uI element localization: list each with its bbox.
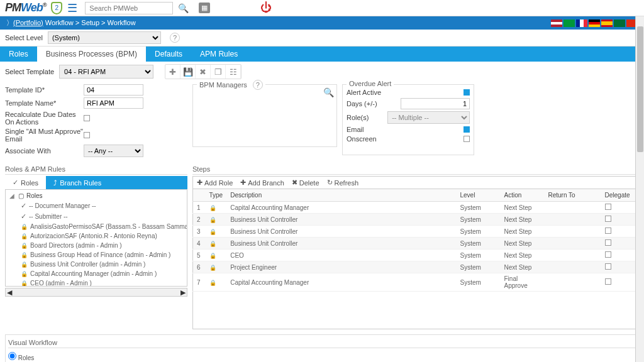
shield-badge[interactable]: 2 bbox=[51, 2, 62, 14]
template-name-input[interactable] bbox=[84, 97, 143, 109]
menu-icon[interactable]: ☰ bbox=[67, 1, 77, 15]
refresh-button[interactable]: ↻ Refresh bbox=[327, 178, 359, 187]
role-item[interactable]: ✓ -- Submitter -- bbox=[7, 211, 186, 222]
role-item[interactable]: 🔒 Business Unit Controller (admin - Admi… bbox=[7, 260, 186, 269]
role-item[interactable]: 🔒 AutorizacionSAF (Antonio.R - Antonio R… bbox=[7, 231, 186, 241]
table-row[interactable]: 1🔒Capital Accounting ManagerSystemNext S… bbox=[193, 202, 639, 214]
search-icon[interactable]: 🔍 bbox=[323, 87, 334, 97]
select-level-label: Select Level bbox=[5, 34, 43, 41]
recalc-checkbox[interactable] bbox=[84, 115, 90, 121]
role-item[interactable]: 🔒 Capital Accounting Manager (admin - Ad… bbox=[7, 269, 186, 278]
new-icon[interactable]: ✚ bbox=[165, 65, 180, 79]
add-role-button[interactable]: ✚ Add Role bbox=[197, 178, 233, 187]
select-level-dropdown[interactable]: (System) bbox=[48, 31, 161, 44]
role-item[interactable]: 🔒 Business Group Head of Finance (admin … bbox=[7, 250, 186, 260]
horizontal-scrollbar[interactable]: ◀▶ bbox=[5, 288, 187, 297]
role-item[interactable]: 🔒 AnalisisGastoPermisoSAF (Bassam.S - Ba… bbox=[7, 222, 186, 231]
tab-roles[interactable]: Roles bbox=[0, 47, 37, 62]
delete-button[interactable]: ✖ Delete bbox=[292, 178, 319, 187]
alert-active-checkbox[interactable] bbox=[464, 89, 470, 96]
radio-roles[interactable]: Roles bbox=[8, 352, 636, 361]
roles-dropdown[interactable]: -- Multiple -- bbox=[387, 111, 470, 124]
breadcrumb: 〉(Portfolio) Workflow > Setup > Workflow bbox=[0, 16, 644, 30]
app-header: PMWeb® 2 ☰ 🔍 ▦ ⏻ bbox=[0, 0, 644, 16]
associate-dropdown[interactable]: -- Any -- bbox=[84, 145, 143, 157]
email-checkbox[interactable] bbox=[464, 126, 470, 133]
steps-table: Type DescriptionLevel ActionReturn To De… bbox=[192, 189, 639, 292]
tab-defaults[interactable]: Defaults bbox=[146, 47, 191, 62]
role-item[interactable]: 🔒 Board Directors (admin - Admin ) bbox=[7, 241, 186, 250]
table-row[interactable]: 7🔒Capital Accounting ManagerSystemFinal … bbox=[193, 273, 639, 292]
calendar-icon[interactable]: ▦ bbox=[199, 3, 210, 13]
power-icon[interactable]: ⏻ bbox=[260, 1, 272, 14]
role-item[interactable]: 🔒 CEO (admin - Admin ) bbox=[7, 278, 186, 287]
help-icon[interactable]: ? bbox=[253, 80, 263, 90]
days-input[interactable] bbox=[401, 98, 470, 109]
add-branch-button[interactable]: ✚ Add Branch bbox=[240, 178, 284, 187]
roles-panel: Roles & APM Rules ✓Roles ⤴Branch Rules ◢… bbox=[5, 164, 187, 329]
save-icon[interactable]: 💾 bbox=[180, 65, 196, 79]
search-icon[interactable]: 🔍 bbox=[178, 3, 189, 13]
breadcrumb-portfolio[interactable]: (Portfolio) bbox=[13, 19, 43, 26]
table-row[interactable]: 5🔒CEOSystemNext Step bbox=[193, 250, 639, 261]
steps-panel: Steps ✚ Add Role ✚ Add Branch ✖ Delete ↻… bbox=[192, 164, 639, 329]
tab-bpm[interactable]: Business Processes (BPM) bbox=[37, 47, 146, 62]
language-flags[interactable] bbox=[551, 19, 638, 27]
subtab-branch[interactable]: ⤴Branch Rules bbox=[46, 176, 109, 189]
copy-icon[interactable]: ❐ bbox=[211, 65, 226, 79]
list-icon[interactable]: ☷ bbox=[226, 65, 241, 79]
roles-tree[interactable]: ◢▢ Roles ✓ -- Document Manager --✓ -- Su… bbox=[5, 189, 187, 287]
help-icon[interactable]: ? bbox=[170, 33, 180, 43]
table-row[interactable]: 2🔒Business Unit ControllerSystemNext Ste… bbox=[193, 214, 639, 226]
template-id-input[interactable] bbox=[84, 84, 143, 96]
table-row[interactable]: 6🔒Project EngineerSystemNext Step bbox=[193, 261, 639, 273]
select-template-label: Select Template bbox=[5, 68, 54, 75]
single-approve-checkbox[interactable] bbox=[84, 132, 90, 138]
search-input[interactable] bbox=[85, 2, 173, 14]
delete-icon[interactable]: ✖ bbox=[196, 65, 211, 79]
table-row[interactable]: 4🔒Business Unit ControllerSystemNext Ste… bbox=[193, 238, 639, 250]
subtab-roles[interactable]: ✓Roles bbox=[5, 176, 46, 189]
vertical-scrollbar[interactable] bbox=[635, 16, 644, 362]
main-tabs: Roles Business Processes (BPM) Defaults … bbox=[0, 47, 644, 62]
select-level-bar: Select Level (System) ? bbox=[0, 30, 644, 47]
onscreen-checkbox[interactable] bbox=[464, 136, 470, 142]
logo: PMWeb® bbox=[5, 1, 46, 14]
tab-apm[interactable]: APM Rules bbox=[191, 47, 247, 62]
template-dropdown[interactable]: 04 - RFI APM bbox=[59, 65, 153, 79]
template-form: Template ID* Template Name* Recalculate … bbox=[5, 84, 187, 159]
bpm-managers-panel: BPM Managers ? 🔍 bbox=[192, 84, 337, 147]
template-toolbar: Select Template 04 - RFI APM ✚ 💾 ✖ ❐ ☷ bbox=[0, 62, 644, 82]
table-row[interactable]: 3🔒Business Unit ControllerSystemNext Ste… bbox=[193, 226, 639, 238]
visual-workflow-panel: Visual Workflow Roles Names Submitter→Ca… bbox=[5, 334, 639, 362]
overdue-alert-panel: Overdue Alert Alert Active Days (+/-) Ro… bbox=[342, 84, 474, 155]
role-item[interactable]: ✓ -- Document Manager -- bbox=[7, 200, 186, 211]
